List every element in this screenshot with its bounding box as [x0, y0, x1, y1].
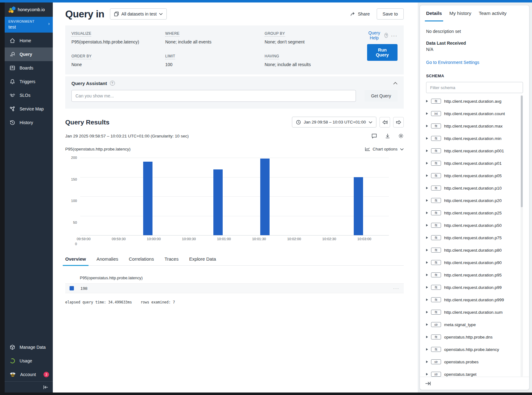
sidebar-item-query[interactable]: Query: [5, 47, 53, 61]
schema-field-openstatus.http.probe.dns[interactable]: fltopenstatus.http.probe.dns: [426, 331, 519, 343]
schema-field-http.client.request.duration.count[interactable]: inthttp.client.request.duration.count: [426, 107, 519, 120]
gear-icon[interactable]: [398, 133, 404, 139]
expand-caret-icon[interactable]: [426, 336, 428, 338]
expand-caret-icon[interactable]: [426, 249, 428, 251]
schema-field-http.client.request.duration.p10[interactable]: flthttp.client.request.duration.p10: [426, 182, 519, 194]
schema-field-http.client.request.duration.p99[interactable]: flthttp.client.request.duration.p99: [426, 281, 519, 294]
expand-caret-icon[interactable]: [426, 236, 428, 239]
scrollbar-track[interactable]: [521, 95, 523, 377]
having-value[interactable]: None; include all results: [265, 62, 367, 67]
builder-field-order-by[interactable]: ORDER BY None: [71, 53, 165, 67]
expand-caret-icon[interactable]: [426, 199, 428, 202]
tab-anomalies[interactable]: Anomalies: [97, 256, 118, 265]
builder-field-limit[interactable]: LIMIT 100: [165, 53, 265, 67]
schema-field-http.client.request.duration.p25[interactable]: flthttp.client.request.duration.p25: [426, 207, 519, 219]
sidebar-item-account[interactable]: Account3: [5, 368, 53, 381]
assistant-input[interactable]: [71, 90, 356, 102]
sidebar-item-triggers[interactable]: Triggers: [5, 75, 53, 88]
chart-plot-area[interactable]: [80, 158, 389, 235]
panel-tab-details[interactable]: Details: [426, 5, 442, 21]
schema-field-http.client.request.duration.p50[interactable]: flthttp.client.request.duration.p50: [426, 219, 519, 231]
expand-caret-icon[interactable]: [426, 162, 428, 164]
expand-caret-icon[interactable]: [426, 125, 428, 127]
schema-field-http.client.request.duration.p80[interactable]: flthttp.client.request.duration.p80: [426, 244, 519, 256]
next-time-window-button[interactable]: [393, 117, 404, 128]
bar-chart[interactable]: 050100150200 09:59:0009:59:3010:00:0010:…: [65, 158, 404, 244]
schema-field-http.client.request.duration.p01[interactable]: flthttp.client.request.duration.p01: [426, 157, 519, 169]
run-query-button[interactable]: Run Query: [367, 44, 398, 61]
schema-field-openstatus.probes[interactable]: stropenstatus.probes: [426, 356, 519, 368]
expand-caret-icon[interactable]: [426, 373, 428, 375]
expand-caret-icon[interactable]: [426, 174, 428, 177]
schema-field-http.client.request.duration.p999[interactable]: flthttp.client.request.duration.p999: [426, 294, 519, 306]
summary-row[interactable]: 198 ···: [65, 283, 404, 293]
query-help-link[interactable]: Query Help: [367, 30, 381, 40]
schema-filter-input[interactable]: [426, 82, 523, 93]
schema-field-http.client.request.duration.avg[interactable]: flthttp.client.request.duration.avg: [426, 95, 519, 107]
sidebar-item-service-map[interactable]: Service Map: [5, 102, 53, 116]
where-value[interactable]: None; include all events: [165, 39, 265, 44]
chart-bar-09:59:50[interactable]: [143, 162, 152, 236]
schema-field-http.client.request.duration.p001[interactable]: flthttp.client.request.duration.p001: [426, 145, 519, 157]
get-query-button[interactable]: Get Query: [365, 90, 398, 102]
chart-bar-10:00:50[interactable]: [213, 169, 223, 236]
builder-field-group-by[interactable]: GROUP BY None; don't segment: [265, 30, 367, 44]
group-by-value[interactable]: None; don't segment: [265, 39, 367, 44]
visualize-value[interactable]: P95(openstatus.http.probe.latency): [71, 39, 165, 44]
share-button[interactable]: Share: [350, 11, 370, 16]
schema-field-http.client.request.duration.p90[interactable]: flthttp.client.request.duration.p90: [426, 256, 519, 269]
environment-settings-link[interactable]: Go to Environment Settings: [426, 60, 523, 65]
expand-caret-icon[interactable]: [426, 187, 428, 189]
chart-options-button[interactable]: Chart options: [365, 147, 404, 151]
schema-field-http.client.request.duration.sum[interactable]: flthttp.client.request.duration.sum: [426, 306, 519, 318]
help-icon[interactable]: ?: [384, 33, 388, 38]
builder-field-having[interactable]: HAVING None; include all results: [265, 53, 367, 67]
expand-caret-icon[interactable]: [426, 311, 428, 313]
sidebar-collapse-button[interactable]: [5, 381, 53, 393]
tab-overview[interactable]: Overview: [65, 256, 86, 265]
sidebar-item-slos[interactable]: SLOs: [5, 88, 53, 102]
expand-caret-icon[interactable]: [426, 150, 428, 152]
expand-caret-icon[interactable]: [426, 323, 428, 326]
expand-caret-icon[interactable]: [426, 298, 428, 301]
schema-field-http.client.request.duration.p75[interactable]: flthttp.client.request.duration.p75: [426, 231, 519, 244]
expand-caret-icon[interactable]: [426, 348, 428, 351]
tab-explore-data[interactable]: Explore Data: [189, 256, 216, 265]
expand-caret-icon[interactable]: [426, 112, 428, 115]
chart-bar-10:02:50[interactable]: [354, 177, 363, 236]
sidebar-item-manage-data[interactable]: Manage Data: [5, 340, 53, 354]
builder-field-visualize[interactable]: VISUALIZE P95(openstatus.http.probe.late…: [71, 30, 165, 44]
expand-caret-icon[interactable]: [426, 274, 428, 276]
panel-tab-my-history[interactable]: My history: [449, 5, 471, 21]
more-options-icon[interactable]: ···: [391, 33, 398, 38]
schema-field-openstatus.http.probe.latency[interactable]: fltopenstatus.http.probe.latency: [426, 343, 519, 356]
schema-field-meta.signal_type[interactable]: strmeta.signal_type: [426, 318, 519, 331]
environment-switcher[interactable]: ENVIRONMENT test ›: [5, 17, 53, 33]
schema-field-openstatus.target[interactable]: stropenstatus.target: [426, 368, 519, 377]
tab-correlations[interactable]: Correlations: [129, 256, 154, 265]
panel-tab-team-activity[interactable]: Team activity: [479, 5, 507, 21]
expand-caret-icon[interactable]: [426, 224, 428, 227]
tab-traces[interactable]: Traces: [165, 256, 179, 265]
comment-icon[interactable]: [371, 133, 377, 139]
time-range-selector[interactable]: Jan 29 09:58 – 10:03 UTC+01:00: [292, 117, 376, 128]
expand-caret-icon[interactable]: [426, 137, 428, 140]
expand-caret-icon[interactable]: [426, 100, 428, 102]
expand-caret-icon[interactable]: [426, 261, 428, 264]
panel-collapse-right-button[interactable]: [425, 381, 431, 386]
expand-caret-icon[interactable]: [426, 361, 428, 363]
order-by-value[interactable]: None: [71, 62, 165, 67]
save-to-button[interactable]: Save to: [377, 8, 404, 20]
sidebar-item-home[interactable]: Home: [5, 34, 53, 47]
previous-time-window-button[interactable]: [380, 117, 390, 128]
schema-field-http.client.request.duration.min[interactable]: flthttp.client.request.duration.min: [426, 132, 519, 145]
dataset-selector[interactable]: All datasets in test: [110, 8, 167, 20]
builder-field-where[interactable]: WHERE None; include all events: [165, 30, 265, 44]
collapse-panel-button[interactable]: [393, 80, 398, 86]
schema-field-http.client.request.duration.p95[interactable]: flthttp.client.request.duration.p95: [426, 269, 519, 281]
expand-caret-icon[interactable]: [426, 286, 428, 289]
sidebar-item-history[interactable]: History: [5, 116, 53, 129]
row-more-options-icon[interactable]: ···: [393, 286, 399, 291]
expand-caret-icon[interactable]: [426, 212, 428, 214]
schema-field-http.client.request.duration.max[interactable]: flthttp.client.request.duration.max: [426, 120, 519, 132]
